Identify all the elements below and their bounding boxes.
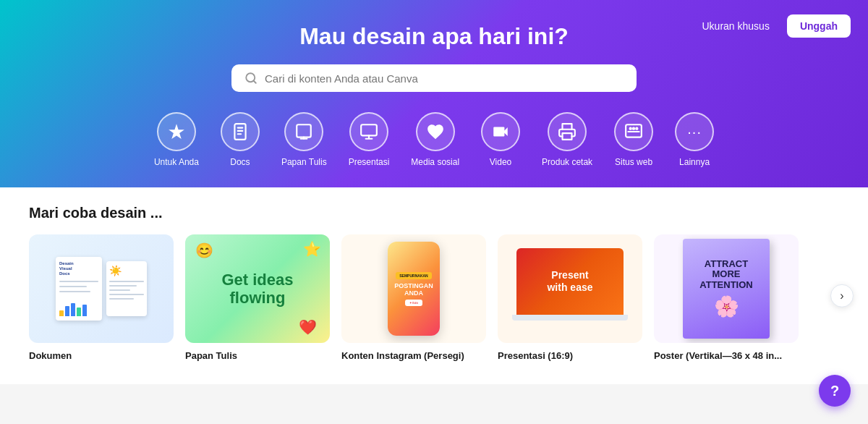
svg-rect-10 bbox=[563, 133, 572, 140]
svg-rect-9 bbox=[361, 124, 377, 135]
search-input[interactable] bbox=[265, 72, 624, 85]
category-video[interactable]: Video bbox=[481, 112, 520, 167]
category-situs-web[interactable]: Situs web bbox=[614, 112, 653, 167]
svg-rect-11 bbox=[626, 124, 642, 137]
media-sosial-icon bbox=[416, 112, 455, 151]
categories-row: Untuk Anda Docs Papan Tulis Presentasi bbox=[154, 112, 714, 167]
svg-point-12 bbox=[630, 128, 631, 130]
svg-line-1 bbox=[253, 80, 255, 82]
card-thumb-presentasi: Presentwith ease bbox=[498, 234, 642, 343]
papan-tulis-icon bbox=[284, 112, 323, 151]
hero-title: Mau desain apa hari ini? bbox=[299, 23, 569, 50]
card-poster[interactable]: ATTRACTMOREATTENTION 🌸 Poster (Vertikal—… bbox=[654, 234, 799, 361]
category-docs[interactable]: Docs bbox=[221, 112, 260, 167]
next-button[interactable]: › bbox=[830, 284, 854, 307]
card-label-presentasi: Presentasi (16:9) bbox=[498, 350, 642, 361]
lainnya-icon: ··· bbox=[675, 112, 714, 151]
doc-page-main: DesainVisualDocs bbox=[56, 257, 102, 321]
card-thumb-poster: ATTRACTMOREATTENTION 🌸 bbox=[654, 234, 799, 343]
hero-top-actions: Ukuran khusus Unggah bbox=[692, 14, 851, 38]
sticker-heart: ❤️ bbox=[299, 318, 317, 336]
doc-page-secondary: ☀️ bbox=[106, 261, 147, 316]
situs-web-label: Situs web bbox=[615, 157, 652, 167]
search-icon bbox=[244, 72, 258, 85]
card-label-papan: Papan Tulis bbox=[185, 350, 330, 361]
category-presentasi[interactable]: Presentasi bbox=[349, 112, 390, 167]
category-produk-cetak[interactable]: Produk cetak bbox=[542, 112, 592, 167]
card-dokumen[interactable]: DesainVisualDocs ☀️ bbox=[29, 234, 174, 361]
svg-point-13 bbox=[633, 128, 634, 130]
untuk-anda-label: Untuk Anda bbox=[154, 157, 199, 167]
presentasi-label: Presentasi bbox=[349, 157, 390, 167]
main-content: Mari coba desain ... DesainVisualDocs bbox=[0, 187, 868, 384]
produk-cetak-label: Produk cetak bbox=[542, 157, 592, 167]
search-bar bbox=[231, 64, 637, 92]
card-label-instagram: Konten Instagram (Persegi) bbox=[341, 350, 486, 361]
svg-point-14 bbox=[636, 128, 637, 130]
laptop-mockup: Presentwith ease bbox=[512, 248, 628, 329]
category-papan-tulis[interactable]: Papan Tulis bbox=[281, 112, 327, 167]
hero-section: Ukuran khusus Unggah Mau desain apa hari… bbox=[0, 0, 868, 187]
phone-mockup: SEMPURNAKAN POSTINGANANDA ✦ Edit bbox=[388, 242, 440, 336]
card-label-poster: Poster (Vertikal—36 x 48 in... bbox=[654, 350, 799, 361]
card-presentasi[interactable]: Presentwith ease Presentasi (16:9) bbox=[498, 234, 642, 361]
papan-tulis-label: Papan Tulis bbox=[281, 157, 327, 167]
card-thumb-papan: Get ideasflowing ⭐ ❤️ 😊 bbox=[185, 234, 330, 343]
situs-web-icon bbox=[614, 112, 653, 151]
video-label: Video bbox=[490, 157, 511, 167]
cards-row: DesainVisualDocs ☀️ bbox=[29, 234, 839, 361]
ukuran-khusus-button[interactable]: Ukuran khusus bbox=[692, 14, 780, 38]
docs-icon bbox=[221, 112, 260, 151]
docs-label: Docs bbox=[230, 157, 250, 167]
video-icon bbox=[481, 112, 520, 151]
unggah-button[interactable]: Unggah bbox=[787, 14, 851, 38]
papan-get-ideas-text: Get ideasflowing bbox=[221, 271, 293, 308]
lainnya-label: Lainnya bbox=[679, 157, 710, 167]
card-papan-tulis[interactable]: Get ideasflowing ⭐ ❤️ 😊 Papan Tulis bbox=[185, 234, 330, 361]
presentasi-icon bbox=[349, 112, 388, 151]
media-sosial-label: Media sosial bbox=[411, 157, 459, 167]
category-media-sosial[interactable]: Media sosial bbox=[411, 112, 459, 167]
svg-rect-6 bbox=[297, 124, 312, 137]
category-untuk-anda[interactable]: Untuk Anda bbox=[154, 112, 199, 167]
produk-cetak-icon bbox=[548, 112, 587, 151]
sticker-star: ⭐ bbox=[303, 240, 321, 258]
card-thumb-dokumen: DesainVisualDocs ☀️ bbox=[29, 234, 174, 343]
sticker-smiley: 😊 bbox=[195, 242, 213, 259]
card-thumb-instagram: SEMPURNAKAN POSTINGANANDA ✦ Edit bbox=[341, 234, 486, 343]
card-instagram[interactable]: SEMPURNAKAN POSTINGANANDA ✦ Edit Konten … bbox=[341, 234, 486, 361]
untuk-anda-icon bbox=[157, 112, 196, 151]
section-title: Mari coba desain ... bbox=[29, 205, 839, 221]
category-lainnya[interactable]: ··· Lainnya bbox=[675, 112, 714, 167]
card-label-dokumen: Dokumen bbox=[29, 350, 174, 361]
poster-visual: ATTRACTMOREATTENTION 🌸 bbox=[683, 239, 770, 339]
